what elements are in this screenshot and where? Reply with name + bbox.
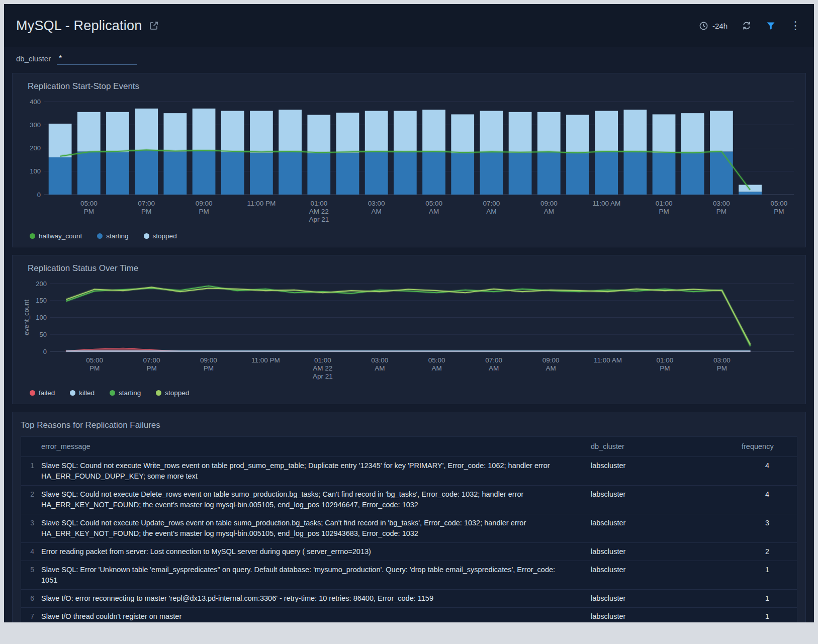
table-row[interactable]: 2Slave SQL: Could not execute Delete_row… (21, 486, 797, 514)
bar-starting (566, 153, 589, 195)
svg-text:09:00AM: 09:00AM (540, 200, 558, 215)
svg-text:01:00AM 22Apr 21: 01:00AM 22Apr 21 (313, 356, 333, 380)
table-row[interactable]: 3Slave SQL: Could not execute Update_row… (21, 514, 797, 543)
filter-icon[interactable] (766, 21, 776, 31)
bar-starting (336, 153, 359, 195)
bar-stopped (566, 115, 589, 153)
svg-text:03:00AM: 03:00AM (368, 200, 385, 215)
bar-starting (710, 151, 733, 195)
legend-item-stopped[interactable]: stopped (144, 232, 177, 240)
legend-item-stopped[interactable]: stopped (156, 389, 189, 397)
bar-stopped (681, 113, 704, 153)
svg-text:01:00PM: 01:00PM (657, 356, 674, 372)
bar-starting (163, 151, 187, 195)
share-icon[interactable] (149, 21, 159, 31)
legend-item-failed[interactable]: failed (30, 389, 55, 397)
svg-text:05:00PM: 05:00PM (80, 200, 98, 215)
cell-frequency: 4 (742, 489, 797, 500)
bar-stopped (307, 115, 330, 153)
cell-error-message: Error reading packet from server: Lost c… (41, 546, 591, 557)
funnel-icon-svg (766, 21, 776, 31)
bar-starting (279, 151, 302, 195)
bar-starting (451, 153, 474, 195)
legend-dot (110, 390, 115, 396)
table-row[interactable]: 6Slave I/O: error reconnecting to master… (21, 590, 797, 608)
bar-starting (77, 151, 101, 195)
bar-starting (106, 152, 129, 195)
start-stop-events-chart[interactable]: 010020030040005:00PM07:00PM09:00PM11:00 … (21, 98, 795, 227)
svg-text:07:00PM: 07:00PM (138, 200, 155, 215)
legend-dot (30, 390, 35, 396)
legend-dot (144, 233, 149, 239)
svg-text:0: 0 (37, 191, 41, 199)
dashboard: MySQL - Replication -24h (4, 4, 814, 622)
bar-starting (135, 150, 158, 195)
svg-text:11:00 PM: 11:00 PM (251, 356, 280, 364)
svg-text:05:00PM: 05:00PM (86, 356, 103, 372)
table-row[interactable]: 5Slave SQL: Error 'Unknown table 'email_… (21, 561, 797, 590)
bar-stopped (422, 110, 445, 151)
svg-text:07:00PM: 07:00PM (143, 356, 160, 372)
column-header-error-message[interactable]: error_message (41, 441, 591, 452)
panel-top-replication-failures: Top Reasons for Replication Failures err… (12, 412, 806, 622)
column-header-frequency[interactable]: frequency (742, 441, 797, 452)
bar-stopped (336, 113, 359, 153)
legend-item-halfway_count[interactable]: halfway_count (30, 232, 82, 240)
legend-label: halfway_count (39, 232, 82, 240)
bar-stopped (221, 111, 244, 152)
time-range-control[interactable]: -24h (699, 21, 728, 31)
svg-text:event_count: event_count (23, 300, 30, 335)
bar-stopped (623, 110, 647, 152)
table-row[interactable]: 1Slave SQL: Cound not execute Write_rows… (21, 457, 797, 486)
bar-stopped (394, 111, 417, 152)
table-row[interactable]: 4Error reading packet from server: Lost … (21, 543, 797, 561)
svg-text:100: 100 (36, 314, 47, 321)
svg-text:11:00 AM: 11:00 AM (592, 200, 620, 207)
cell-frequency: 1 (742, 593, 797, 604)
legend-label: killed (79, 389, 95, 397)
legend-dot (97, 233, 103, 239)
bar-stopped (537, 112, 561, 152)
panel-title: Replication Start-Stop Events (28, 81, 797, 91)
bar-starting (221, 152, 244, 195)
db-cluster-input[interactable]: * (57, 53, 137, 65)
row-number: 2 (21, 489, 41, 500)
series-starting (66, 286, 750, 346)
column-header-db-cluster[interactable]: db_cluster (591, 441, 742, 452)
svg-text:200: 200 (30, 144, 41, 152)
bar-stopped (710, 111, 733, 152)
svg-text:100: 100 (30, 167, 41, 175)
cell-db-cluster: labscluster (591, 489, 742, 500)
bar-starting (394, 152, 417, 195)
svg-text:03:00PM: 03:00PM (713, 200, 730, 215)
table-row[interactable]: 7Slave I/O thread couldn't register on m… (21, 608, 797, 622)
legend-item-killed[interactable]: killed (70, 389, 95, 397)
cell-frequency: 3 (742, 518, 797, 528)
legend-item-starting[interactable]: starting (110, 389, 141, 397)
refresh-icon[interactable] (742, 21, 752, 31)
more-menu-icon[interactable]: ⋮ (790, 20, 801, 31)
svg-text:05:00PM: 05:00PM (770, 200, 787, 215)
bar-stopped (163, 113, 187, 151)
bar-stopped (49, 124, 72, 157)
legend-dot (30, 233, 35, 239)
cell-error-message: Slave SQL: Error 'Unknown table 'email_s… (41, 565, 591, 586)
bar-starting (681, 153, 704, 195)
bar-stopped (279, 110, 302, 151)
legend-item-starting[interactable]: starting (97, 232, 128, 240)
bar-stopped (365, 111, 388, 152)
bar-starting (623, 152, 647, 195)
bar-stopped (77, 112, 101, 152)
panel-title: Replication Status Over Time (28, 263, 797, 273)
bar-starting (422, 151, 445, 195)
series-stopped (66, 287, 750, 344)
bar-starting (739, 192, 762, 195)
bar-starting (193, 151, 216, 195)
bar-stopped (653, 114, 676, 152)
svg-text:300: 300 (30, 121, 41, 129)
svg-text:150: 150 (36, 297, 47, 304)
bar-starting (250, 153, 273, 195)
status-over-time-chart[interactable]: 050100150200event_count05:00PM07:00PM09:… (21, 280, 795, 384)
row-number: 3 (21, 518, 41, 528)
table-header-row: error_messagedb_clusterfrequency (21, 437, 797, 457)
